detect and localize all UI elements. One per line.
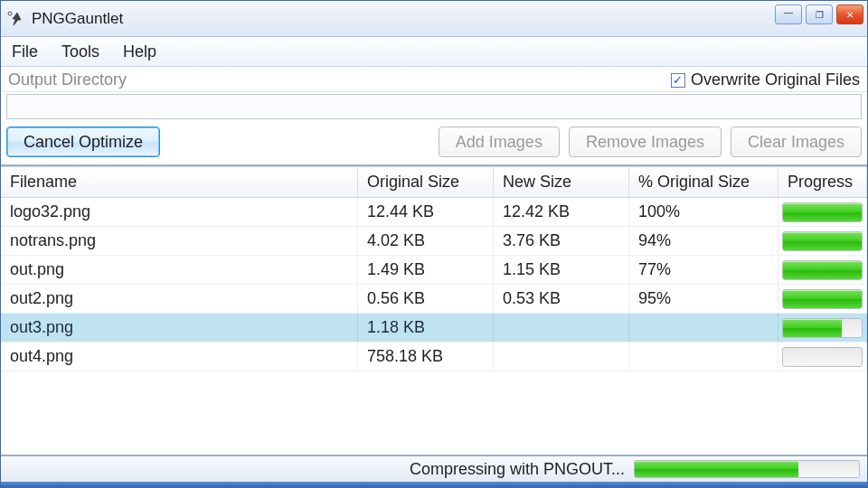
row-progressbar <box>782 231 863 251</box>
status-progressbar <box>634 460 860 478</box>
cell-filename: notrans.png <box>1 227 358 255</box>
file-table: Filename Original Size New Size % Origin… <box>1 166 867 455</box>
window-controls: — ❐ ✕ <box>775 1 867 24</box>
cell-progress <box>778 285 867 313</box>
table-header: Filename Original Size New Size % Origin… <box>1 167 867 198</box>
table-row[interactable]: logo32.png12.44 KB12.42 KB100% <box>1 198 867 227</box>
col-newsize[interactable]: New Size <box>494 167 629 197</box>
overwrite-label: Overwrite Original Files <box>691 70 860 89</box>
cancel-optimize-button[interactable]: Cancel Optimize <box>6 127 160 157</box>
cell-progress <box>778 343 867 371</box>
app-window: PNGGauntlet — ❐ ✕ File Tools Help Output… <box>0 0 868 488</box>
cell-newsize <box>494 314 629 342</box>
progress-fill <box>635 461 798 477</box>
cell-pct: 100% <box>629 198 778 226</box>
cell-progress <box>778 256 867 284</box>
overwrite-original-checkbox[interactable]: ✓ Overwrite Original Files <box>671 70 860 89</box>
progress-fill <box>783 203 862 221</box>
app-title: PNGGauntlet <box>32 10 123 28</box>
cell-newsize: 12.42 KB <box>494 198 629 226</box>
table-row[interactable]: out2.png0.56 KB0.53 KB95% <box>1 285 867 314</box>
cell-newsize: 1.15 KB <box>494 256 629 284</box>
row-progressbar <box>782 318 863 338</box>
add-images-button[interactable]: Add Images <box>439 127 560 157</box>
titlebar: PNGGauntlet — ❐ ✕ <box>1 1 867 37</box>
output-directory-row: Output Directory ✓ Overwrite Original Fi… <box>1 67 867 92</box>
cell-original: 1.18 KB <box>358 314 494 342</box>
progress-fill <box>783 232 862 250</box>
cell-original: 0.56 KB <box>358 285 494 313</box>
menu-tools[interactable]: Tools <box>56 41 105 63</box>
table-row[interactable]: out3.png1.18 KB <box>1 314 867 343</box>
table-body: logo32.png12.44 KB12.42 KB100%notrans.pn… <box>1 198 867 455</box>
menu-file[interactable]: File <box>6 41 43 63</box>
col-pct[interactable]: % Original Size <box>629 167 778 197</box>
progress-fill <box>783 290 862 308</box>
table-row[interactable]: out.png1.49 KB1.15 KB77% <box>1 256 867 285</box>
col-filename[interactable]: Filename <box>1 167 358 197</box>
col-original[interactable]: Original Size <box>358 167 494 197</box>
row-progressbar <box>782 202 863 222</box>
progress-fill <box>783 319 842 337</box>
cell-filename: out4.png <box>1 343 358 371</box>
svg-point-0 <box>8 12 12 15</box>
statusbar: Compressing with PNGOUT... <box>1 455 867 482</box>
cell-original: 1.49 KB <box>358 256 494 284</box>
row-progressbar <box>782 347 863 367</box>
window-border-bottom <box>1 482 867 487</box>
cell-filename: out2.png <box>1 285 358 313</box>
table-row[interactable]: notrans.png4.02 KB3.76 KB94% <box>1 227 867 256</box>
close-button[interactable]: ✕ <box>836 5 863 24</box>
cell-original: 758.18 KB <box>358 343 494 371</box>
menubar: File Tools Help <box>1 37 867 67</box>
toolbar: Cancel Optimize Add Images Remove Images… <box>1 125 867 166</box>
cell-original: 12.44 KB <box>358 198 494 226</box>
col-progress[interactable]: Progress <box>778 167 867 197</box>
remove-images-button[interactable]: Remove Images <box>569 127 722 157</box>
status-text: Compressing with PNGOUT... <box>410 460 625 479</box>
cell-filename: out3.png <box>1 314 358 342</box>
cell-filename: out.png <box>1 256 358 284</box>
checkbox-icon: ✓ <box>671 73 685 88</box>
cell-progress <box>778 198 867 226</box>
cell-pct: 77% <box>629 256 778 284</box>
cell-original: 4.02 KB <box>358 227 494 255</box>
output-directory-input[interactable] <box>6 94 862 119</box>
cell-pct <box>629 314 778 342</box>
row-progressbar <box>782 289 863 309</box>
menu-help[interactable]: Help <box>118 41 162 63</box>
cell-newsize <box>494 343 629 371</box>
cell-pct: 95% <box>629 285 778 313</box>
clear-images-button[interactable]: Clear Images <box>731 127 862 157</box>
maximize-button[interactable]: ❐ <box>806 5 833 24</box>
app-icon <box>6 10 24 28</box>
minimize-button[interactable]: — <box>775 5 802 24</box>
cell-newsize: 3.76 KB <box>494 227 629 255</box>
cell-newsize: 0.53 KB <box>494 285 629 313</box>
cell-pct: 94% <box>629 227 778 255</box>
cell-pct <box>629 343 778 371</box>
cell-progress <box>778 227 867 255</box>
table-row[interactable]: out4.png758.18 KB <box>1 343 867 371</box>
progress-fill <box>783 261 862 279</box>
cell-filename: logo32.png <box>1 198 358 226</box>
cell-progress <box>778 314 867 342</box>
output-directory-label: Output Directory <box>8 70 127 89</box>
row-progressbar <box>782 260 863 280</box>
